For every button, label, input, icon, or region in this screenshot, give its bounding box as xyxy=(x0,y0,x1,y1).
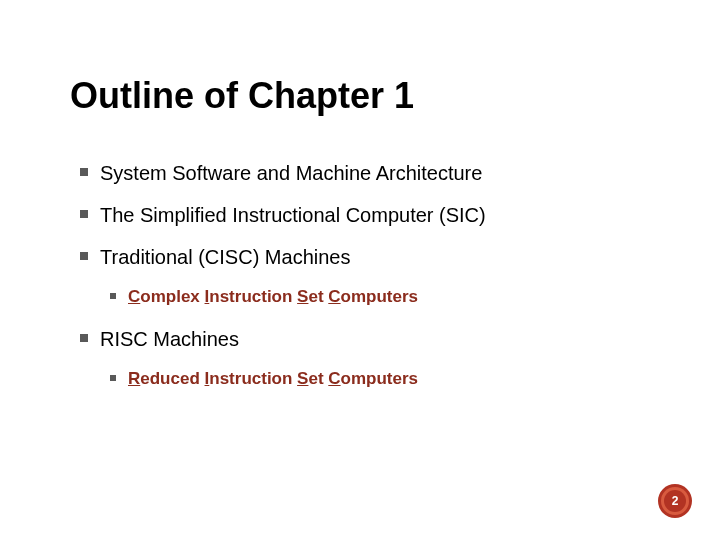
square-bullet-icon xyxy=(80,168,88,176)
sub-list-item: Complex Instruction Set Computers xyxy=(110,286,640,308)
slide: Outline of Chapter 1 System Software and… xyxy=(0,0,720,540)
sub-list-item-text: Reduced Instruction Set Computers xyxy=(128,368,418,390)
list-item-text: RISC Machines xyxy=(100,326,239,352)
list-item-text: System Software and Machine Architecture xyxy=(100,160,482,186)
list-item: Traditional (CISC) Machines xyxy=(80,244,640,270)
list-item: RISC Machines xyxy=(80,326,640,352)
square-bullet-icon xyxy=(110,293,116,299)
slide-content: System Software and Machine Architecture… xyxy=(80,160,640,408)
list-item: System Software and Machine Architecture xyxy=(80,160,640,186)
square-bullet-icon xyxy=(110,375,116,381)
sub-list-item: Reduced Instruction Set Computers xyxy=(110,368,640,390)
badge-ring-inner-icon: 2 xyxy=(664,490,686,512)
page-number-badge: 2 xyxy=(658,484,692,518)
square-bullet-icon xyxy=(80,210,88,218)
sub-list-item-text: Complex Instruction Set Computers xyxy=(128,286,418,308)
slide-title: Outline of Chapter 1 xyxy=(70,75,414,117)
list-item: The Simplified Instructional Computer (S… xyxy=(80,202,640,228)
square-bullet-icon xyxy=(80,334,88,342)
list-item-text: The Simplified Instructional Computer (S… xyxy=(100,202,486,228)
list-item-text: Traditional (CISC) Machines xyxy=(100,244,350,270)
page-number: 2 xyxy=(672,494,679,508)
square-bullet-icon xyxy=(80,252,88,260)
